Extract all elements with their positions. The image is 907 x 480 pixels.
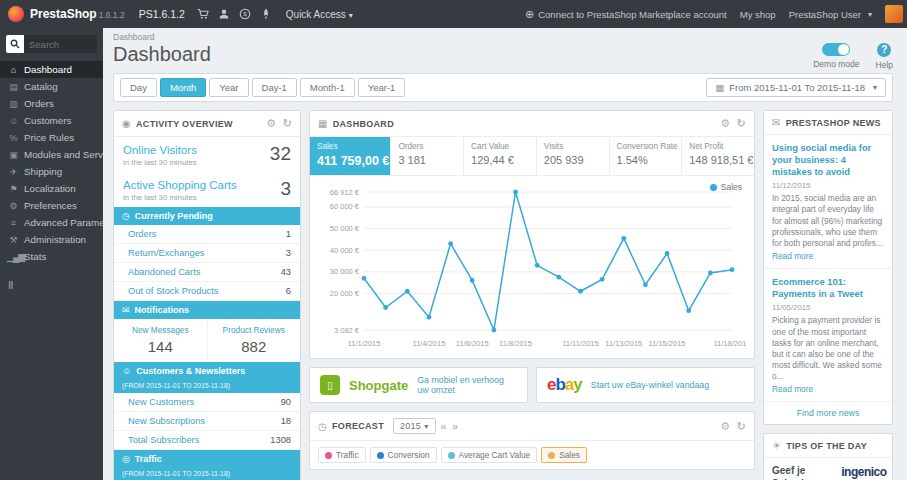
new-subscriptions-row[interactable]: New Subscriptions18 bbox=[114, 412, 300, 431]
breadcrumb: Dashboard bbox=[113, 32, 893, 42]
dashboard-settings-icon[interactable] bbox=[720, 117, 730, 130]
quick-access-label: Quick Access bbox=[286, 9, 346, 20]
active-carts-link[interactable]: Active Shopping Carts bbox=[123, 179, 280, 191]
abandoned-carts-row[interactable]: Abandoned Carts43 bbox=[114, 263, 300, 282]
shopgate-link[interactable]: Ga mobiel en verhoog uw omzet bbox=[417, 375, 517, 395]
traffic-dot-icon bbox=[325, 452, 332, 459]
forecast-refresh-icon[interactable] bbox=[736, 420, 746, 433]
range-month-1-button[interactable]: Month-1 bbox=[300, 78, 355, 97]
activity-icon: ◉ bbox=[122, 118, 131, 129]
legend-conversion-chip[interactable]: Conversion bbox=[370, 447, 437, 463]
svg-text:40 000 €: 40 000 € bbox=[330, 246, 360, 255]
chart-legend[interactable]: Sales bbox=[710, 182, 742, 192]
pending-orders-row[interactable]: Orders1 bbox=[114, 225, 300, 244]
collapse-menu-button[interactable] bbox=[8, 279, 103, 291]
shopgate-logo-text: Shopgate bbox=[349, 378, 408, 393]
forecast-prev-icon[interactable]: « bbox=[441, 420, 447, 432]
shopgate-promo: ▯ Shopgate Ga mobiel en verhoog uw omzet bbox=[309, 367, 528, 403]
sidebar-item-price-rules[interactable]: %Price Rules bbox=[0, 129, 103, 146]
search-input[interactable] bbox=[24, 39, 97, 50]
range-year-1-button[interactable]: Year-1 bbox=[358, 78, 406, 97]
forecast-next-icon[interactable]: » bbox=[452, 420, 458, 432]
sidebar-item-catalog[interactable]: ▤Catalog bbox=[0, 78, 103, 95]
read-more-link[interactable]: Read more bbox=[772, 251, 813, 261]
cart-icon[interactable] bbox=[197, 8, 209, 20]
svg-text:11/15/2015: 11/15/2015 bbox=[649, 339, 686, 348]
sidebar-item-stats[interactable]: ▁▄▆Stats bbox=[0, 248, 103, 265]
quick-access-menu[interactable]: Quick Access bbox=[286, 9, 353, 20]
sidebar-item-modules[interactable]: ▣Modules and Services bbox=[0, 146, 103, 163]
my-shop-link[interactable]: My shop bbox=[740, 9, 776, 20]
currently-pending-header: Currently Pending bbox=[114, 207, 300, 225]
kpi-orders[interactable]: Orders3 181 bbox=[391, 137, 464, 175]
ingenico-logo: ingenico payment services bbox=[829, 465, 887, 480]
shop-name[interactable]: PS1.6.1.2 bbox=[139, 8, 185, 20]
news-title-link[interactable]: Ecommerce 101: Payments in a Tweet bbox=[772, 276, 884, 300]
kpi-conversion-rate[interactable]: Conversion Rate1.54% bbox=[610, 137, 683, 175]
demo-mode-toggle[interactable] bbox=[822, 43, 850, 56]
search-icon[interactable] bbox=[6, 35, 24, 53]
prestashop-logo[interactable] bbox=[8, 6, 24, 22]
ebay-link[interactable]: Start uw eBay-winkel vandaag bbox=[591, 380, 709, 390]
sidebar-item-preferences[interactable]: ⚙Preferences bbox=[0, 197, 103, 214]
sidebar-item-orders[interactable]: ▥Orders bbox=[0, 95, 103, 112]
forecast-panel: FORECAST 2015 « » Traffic Conversion Ave… bbox=[309, 411, 755, 470]
user-menu[interactable]: PrestaShop User bbox=[789, 9, 872, 20]
demo-mode-label: Demo mode bbox=[813, 59, 859, 69]
range-day-button[interactable]: Day bbox=[120, 78, 157, 97]
avg-cart-dot-icon bbox=[448, 452, 455, 459]
product-reviews-cell[interactable]: Product Reviews882 bbox=[208, 319, 301, 362]
currency-icon[interactable]: $ bbox=[239, 8, 251, 20]
out-of-stock-row[interactable]: Out of Stock Products6 bbox=[114, 282, 300, 301]
dashboard-refresh-icon[interactable] bbox=[736, 117, 746, 130]
range-day-1-button[interactable]: Day-1 bbox=[252, 78, 297, 97]
range-month-button[interactable]: Month bbox=[160, 78, 206, 97]
dashboard-trends-panel: ▦ DASHBOARD Sales411 759,00 € Orders3 18… bbox=[309, 110, 755, 359]
advanced-parameters-icon: ≡ bbox=[7, 218, 19, 228]
forecast-icon bbox=[318, 421, 327, 432]
legend-avg-cart-chip[interactable]: Average Cart Value bbox=[441, 447, 538, 463]
legend-traffic-chip[interactable]: Traffic bbox=[318, 447, 366, 463]
sidebar-item-customers[interactable]: ☺Customers bbox=[0, 112, 103, 129]
forecast-settings-icon[interactable] bbox=[720, 420, 730, 433]
active-carts-row: Active Shopping Carts in the last 30 min… bbox=[114, 172, 300, 207]
catalog-icon: ▤ bbox=[7, 82, 19, 92]
localization-icon: ⚑ bbox=[7, 184, 19, 194]
new-messages-cell[interactable]: New Messages144 bbox=[114, 319, 208, 362]
marketplace-connect-link[interactable]: Connect to PrestaShop Marketplace accoun… bbox=[525, 8, 727, 21]
help-icon[interactable]: ? bbox=[877, 43, 891, 57]
modules-icon: ▣ bbox=[7, 150, 19, 160]
total-subscribers-row[interactable]: Total Subscribers1308 bbox=[114, 431, 300, 450]
kpi-net-profit[interactable]: Net Profit148 918,51 € bbox=[682, 137, 754, 175]
sidebar-item-administration[interactable]: ⚒Administration bbox=[0, 231, 103, 248]
ebay-promo: ebay Start uw eBay-winkel vandaag bbox=[536, 367, 755, 403]
pending-returns-row[interactable]: Return/Exchanges3 bbox=[114, 244, 300, 263]
sidebar-item-shipping[interactable]: ✈Shipping bbox=[0, 163, 103, 180]
connect-label: Connect to PrestaShop Marketplace accoun… bbox=[538, 9, 727, 20]
kpi-cart-value[interactable]: Cart Value129,44 € bbox=[464, 137, 537, 175]
customer-icon[interactable] bbox=[218, 8, 230, 20]
read-more-link[interactable]: Read more bbox=[772, 384, 813, 394]
kpi-visits[interactable]: Visits205 939 bbox=[537, 137, 610, 175]
find-more-news-link[interactable]: Find more news bbox=[764, 402, 892, 424]
panel-refresh-icon[interactable] bbox=[282, 117, 292, 130]
kpi-sales[interactable]: Sales411 759,00 € bbox=[310, 137, 391, 175]
user-avatar[interactable] bbox=[885, 5, 903, 23]
date-range-picker[interactable]: From 2015-11-01 To 2015-11-18 bbox=[706, 78, 886, 97]
sidebar-item-localization[interactable]: ⚑Localization bbox=[0, 180, 103, 197]
range-year-button[interactable]: Year bbox=[209, 78, 248, 97]
new-customers-row[interactable]: New Customers90 bbox=[114, 393, 300, 412]
sidebar-item-dashboard[interactable]: ⌂Dashboard bbox=[0, 61, 103, 78]
forecast-year-select[interactable]: 2015 bbox=[393, 418, 436, 434]
online-visitors-link[interactable]: Online Visitors bbox=[123, 144, 270, 156]
dashboard-panel-title: DASHBOARD bbox=[333, 119, 394, 129]
brand: PrestaShop1.6.1.2 bbox=[30, 7, 125, 21]
svg-text:11/11/2015: 11/11/2015 bbox=[562, 339, 598, 348]
news-title-link[interactable]: Using social media for your business: 4 … bbox=[772, 142, 884, 178]
panel-settings-icon[interactable] bbox=[266, 117, 276, 130]
sales-dot-icon bbox=[548, 452, 555, 459]
sidebar-item-advanced-parameters[interactable]: ≡Advanced Parameters bbox=[0, 214, 103, 231]
legend-sales-chip[interactable]: Sales bbox=[541, 447, 587, 463]
rocket-icon[interactable] bbox=[260, 8, 272, 20]
topbar-shortcuts: $ bbox=[197, 8, 272, 20]
